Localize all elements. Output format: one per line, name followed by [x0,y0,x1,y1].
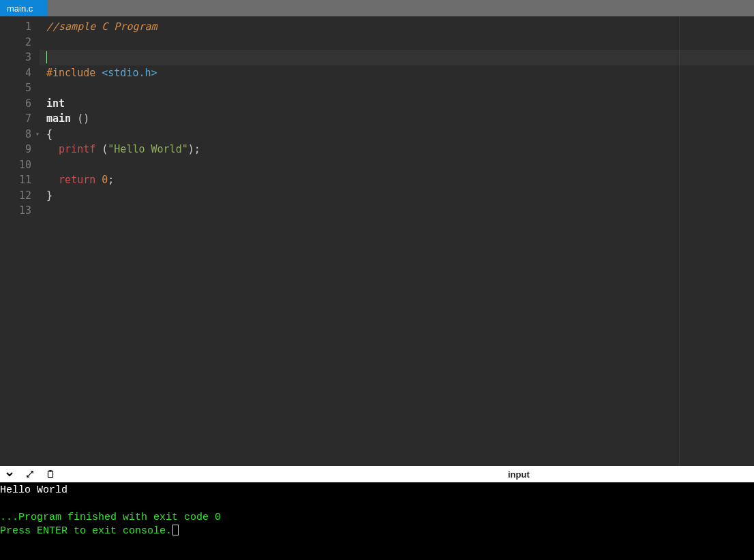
tab-label: main.c [7,3,33,14]
code-line[interactable]: } [46,188,754,204]
svg-line-0 [27,471,33,477]
code-line[interactable] [46,50,754,65]
line-number: 7 [0,111,40,127]
code-line[interactable] [46,35,754,50]
column-ruler [679,16,680,466]
tab-bar: main.c [0,0,754,16]
line-number: 10 [0,157,40,173]
line-number: 12 [0,188,40,204]
code-line[interactable] [46,157,754,173]
line-number: 6 [0,96,40,112]
line-number: 5 [0,80,40,96]
console-toolbar: input [0,466,754,482]
expand-icon[interactable] [25,469,35,480]
code-line[interactable]: int [46,96,754,112]
code-line[interactable]: #include <stdio.h> [46,65,754,81]
chevron-down-icon[interactable] [4,469,15,480]
line-number: 9 [0,142,40,157]
editor-cursor [46,51,47,63]
tab-file[interactable]: main.c [0,0,48,16]
line-number-gutter: 12345678910111213 [0,16,40,466]
line-number: 1 [0,19,40,35]
terminal-cursor [172,525,179,535]
code-line[interactable]: main () [46,111,754,127]
code-line[interactable]: //sample C Program [46,19,754,35]
console-toolbar-left [4,469,56,480]
line-number: 11 [0,172,40,188]
code-line[interactable] [46,203,754,219]
line-number: 13 [0,203,40,219]
svg-rect-2 [49,470,52,471]
console-line: Hello World [0,484,754,497]
code-line[interactable] [46,80,754,96]
svg-rect-1 [48,471,53,477]
code-line[interactable]: { [46,127,754,142]
code-line[interactable]: return 0; [46,172,754,188]
console-text: Press ENTER to exit console. [0,525,172,537]
code-area[interactable]: //sample C Program#include <stdio.h>intm… [40,16,754,466]
code-line[interactable]: printf ("Hello World"); [46,142,754,157]
line-number: 2 [0,35,40,50]
input-label: input [508,469,530,480]
console-line: Press ENTER to exit console. [0,525,754,538]
line-number: 3 [0,50,40,65]
line-number: 8 [0,127,40,142]
code-editor[interactable]: 12345678910111213 //sample C Program#inc… [0,16,754,466]
line-number: 4 [0,65,40,81]
console-output[interactable]: Hello World ...Program finished with exi… [0,482,754,560]
clipboard-icon[interactable] [45,469,56,480]
console-line: ...Program finished with exit code 0 [0,511,754,525]
console-blank [0,497,754,511]
